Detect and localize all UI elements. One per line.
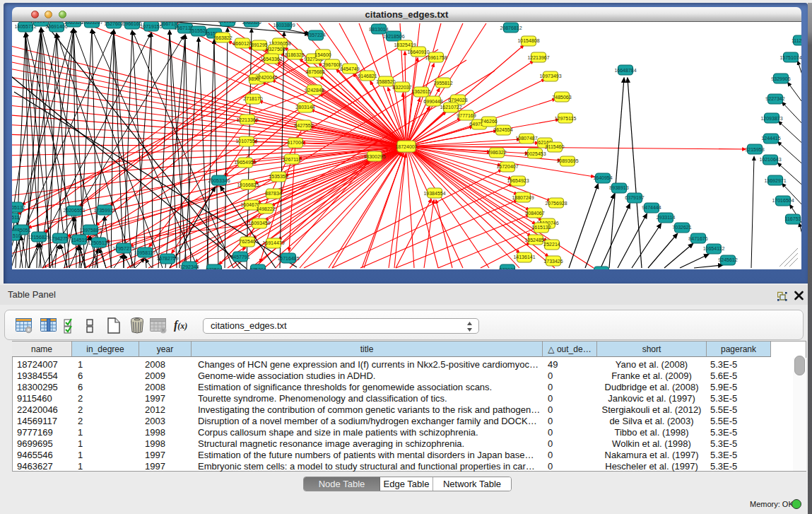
svg-text:1640954: 1640954 — [593, 175, 612, 180]
svg-text:19166825: 19166825 — [237, 182, 259, 187]
svg-text:18300295: 18300295 — [363, 154, 385, 159]
svg-text:154600: 154600 — [314, 52, 331, 57]
svg-text:19384554: 19384554 — [423, 191, 445, 196]
svg-text:8427552: 8427552 — [294, 123, 313, 128]
svg-text:17359914: 17359914 — [93, 208, 115, 213]
svg-text:1112753: 1112753 — [792, 38, 801, 43]
svg-text:8322037: 8322037 — [392, 85, 411, 90]
svg-text:3267110: 3267110 — [283, 157, 302, 162]
svg-text:10653267: 10653267 — [81, 22, 102, 25]
svg-text:3875685: 3875685 — [305, 69, 324, 74]
svg-text:12093873: 12093873 — [760, 116, 782, 121]
svg-text:1535359: 1535359 — [269, 174, 288, 179]
svg-text:10154808: 10154808 — [517, 38, 539, 43]
svg-text:20876812: 20876812 — [500, 25, 522, 30]
svg-text:1527602: 1527602 — [104, 22, 123, 26]
svg-text:7357224: 7357224 — [306, 33, 325, 37]
svg-text:8813014: 8813014 — [369, 27, 388, 32]
svg-text:1060537: 1060537 — [218, 22, 237, 23]
svg-text:15720407: 15720407 — [496, 164, 518, 169]
svg-text:16093459: 16093459 — [248, 221, 270, 226]
svg-text:17957275: 17957275 — [112, 246, 134, 251]
svg-text:16640910: 16640910 — [407, 49, 429, 54]
svg-text:13975887: 13975887 — [79, 228, 101, 233]
svg-text:9115460: 9115460 — [546, 144, 565, 149]
svg-text:7663822: 7663822 — [213, 35, 232, 40]
svg-text:16782759: 16782759 — [156, 256, 178, 261]
svg-text:16543362: 16543362 — [260, 57, 282, 62]
svg-text:10719155: 10719155 — [140, 24, 162, 29]
svg-text:16914479: 16914479 — [262, 240, 284, 245]
svg-text:5305132: 5305132 — [12, 205, 25, 210]
svg-text:9327503: 9327503 — [266, 47, 285, 52]
svg-text:22420046: 22420046 — [255, 75, 277, 80]
svg-text:15751074: 15751074 — [779, 55, 801, 60]
svg-text:16648784: 16648784 — [614, 68, 636, 73]
svg-text:17016504: 17016504 — [772, 198, 794, 203]
svg-text:875294: 875294 — [249, 267, 266, 269]
svg-text:1065326: 1065326 — [242, 22, 261, 25]
svg-text:9146821: 9146821 — [358, 74, 377, 78]
svg-text:3215958: 3215958 — [745, 147, 764, 152]
svg-text:7485063: 7485063 — [552, 95, 571, 100]
svg-text:14136141: 14136141 — [513, 255, 535, 259]
svg-text:18724007: 18724007 — [395, 144, 417, 149]
svg-text:873594: 873594 — [206, 267, 222, 269]
svg-text:10807487: 10807487 — [515, 136, 537, 141]
svg-text:1244415: 1244415 — [761, 136, 780, 141]
svg-text:887834: 887834 — [265, 191, 281, 196]
svg-text:19654923: 19654923 — [507, 178, 529, 183]
svg-text:2933114: 2933114 — [657, 215, 676, 220]
svg-text:16033809: 16033809 — [273, 23, 295, 28]
svg-text:1498222: 1498222 — [256, 206, 275, 211]
svg-text:830511: 830511 — [12, 215, 20, 220]
svg-text:417004: 417004 — [287, 140, 303, 145]
svg-text:9245612: 9245612 — [718, 257, 737, 262]
svg-text:12156829: 12156829 — [28, 235, 49, 240]
svg-text:116753: 116753 — [785, 216, 801, 221]
svg-text:873021: 873021 — [499, 267, 515, 269]
svg-text:18807249: 18807249 — [512, 195, 534, 200]
svg-text:2803144: 2803144 — [295, 105, 314, 110]
svg-text:16961758: 16961758 — [425, 55, 447, 60]
svg-text:20206551: 20206551 — [63, 208, 85, 213]
svg-text:762540: 762540 — [239, 239, 255, 244]
svg-text:17942757: 17942757 — [49, 236, 71, 241]
svg-text:12975115: 12975115 — [555, 116, 577, 121]
svg-text:391510: 391510 — [12, 233, 21, 238]
svg-text:1362615: 1362615 — [411, 89, 430, 94]
svg-text:1292348: 1292348 — [180, 264, 199, 269]
svg-text:20756928: 20756928 — [545, 201, 567, 206]
svg-text:14055712: 14055712 — [14, 24, 36, 29]
svg-text:9777169: 9777169 — [457, 113, 476, 118]
svg-text:9474444: 9474444 — [642, 205, 661, 210]
svg-text:10654112: 10654112 — [703, 246, 725, 251]
svg-text:8454749: 8454749 — [340, 66, 359, 71]
svg-text:114519: 114519 — [71, 238, 88, 243]
svg-text:20691406: 20691406 — [45, 24, 67, 29]
svg-text:8938913: 8938913 — [609, 185, 628, 190]
svg-text:9457791: 9457791 — [230, 255, 249, 259]
svg-text:6966160: 6966160 — [122, 22, 141, 26]
svg-text:3624554: 3624554 — [493, 127, 512, 132]
svg-text:746266: 746266 — [481, 119, 497, 124]
svg-text:9329906: 9329906 — [771, 76, 790, 81]
svg-text:8660124: 8660124 — [233, 41, 252, 46]
svg-text:10107554: 10107554 — [235, 139, 257, 144]
svg-text:12213967: 12213967 — [527, 55, 549, 60]
svg-text:16210722: 16210722 — [440, 105, 461, 110]
svg-text:1615132: 1615132 — [531, 225, 551, 230]
svg-text:2967608: 2967608 — [322, 62, 341, 67]
svg-text:20053346: 20053346 — [208, 178, 230, 183]
svg-text:13692971: 13692971 — [764, 178, 786, 183]
svg-text:15716485: 15716485 — [277, 256, 299, 261]
svg-text:8186323: 8186323 — [285, 52, 304, 57]
svg-text:12213369: 12213369 — [236, 117, 258, 122]
svg-text:1588520: 1588520 — [376, 79, 395, 84]
svg-text:10958117: 10958117 — [134, 250, 156, 255]
svg-text:102450: 102450 — [593, 269, 609, 269]
svg-text:10893695: 10893695 — [556, 158, 578, 163]
svg-text:9227342: 9227342 — [765, 96, 784, 101]
svg-text:7986322: 7986322 — [487, 150, 506, 155]
svg-text:252214: 252214 — [543, 242, 560, 247]
